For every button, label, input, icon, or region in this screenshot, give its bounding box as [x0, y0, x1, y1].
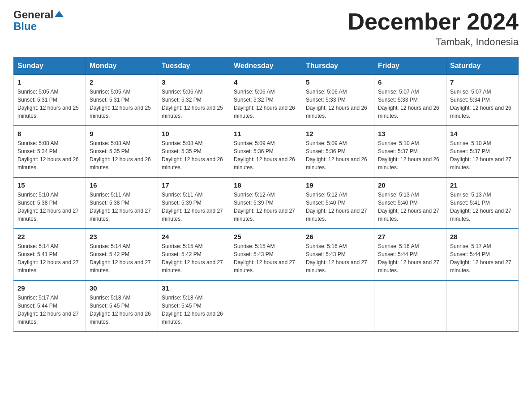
day-number: 28 [450, 233, 515, 240]
day-cell: 12 Sunrise: 5:09 AM Sunset: 5:36 PM Dayl… [302, 126, 374, 177]
week-row-1: 1 Sunrise: 5:05 AM Sunset: 5:31 PM Dayli… [14, 75, 519, 126]
day-number: 18 [234, 181, 298, 189]
day-cell: 6 Sunrise: 5:07 AM Sunset: 5:33 PM Dayli… [374, 75, 446, 126]
day-info: Sunrise: 5:08 AM Sunset: 5:35 PM Dayligh… [90, 139, 154, 171]
day-number: 20 [378, 181, 442, 189]
day-cell: 11 Sunrise: 5:09 AM Sunset: 5:36 PM Dayl… [230, 126, 302, 177]
day-number: 16 [90, 181, 154, 189]
day-cell: 29 Sunrise: 5:17 AM Sunset: 5:44 PM Dayl… [14, 280, 86, 332]
day-cell: 3 Sunrise: 5:06 AM Sunset: 5:32 PM Dayli… [158, 75, 230, 126]
day-cell: 4 Sunrise: 5:06 AM Sunset: 5:32 PM Dayli… [230, 75, 302, 126]
day-cell: 2 Sunrise: 5:05 AM Sunset: 5:31 PM Dayli… [86, 75, 158, 126]
col-monday: Monday [86, 57, 158, 75]
day-number: 4 [234, 78, 298, 86]
day-number: 2 [90, 78, 154, 86]
week-row-4: 22 Sunrise: 5:14 AM Sunset: 5:41 PM Dayl… [14, 229, 519, 280]
day-info: Sunrise: 5:14 AM Sunset: 5:42 PM Dayligh… [90, 242, 154, 274]
day-info: Sunrise: 5:18 AM Sunset: 5:45 PM Dayligh… [90, 294, 154, 326]
day-cell: 5 Sunrise: 5:06 AM Sunset: 5:33 PM Dayli… [302, 75, 374, 126]
day-info: Sunrise: 5:15 AM Sunset: 5:42 PM Dayligh… [162, 242, 226, 274]
day-info: Sunrise: 5:10 AM Sunset: 5:37 PM Dayligh… [378, 139, 442, 171]
day-number: 27 [378, 233, 442, 240]
day-cell: 1 Sunrise: 5:05 AM Sunset: 5:31 PM Dayli… [14, 75, 86, 126]
col-sunday: Sunday [14, 57, 86, 75]
day-cell: 25 Sunrise: 5:15 AM Sunset: 5:43 PM Dayl… [230, 229, 302, 280]
day-cell: 14 Sunrise: 5:10 AM Sunset: 5:37 PM Dayl… [446, 126, 519, 177]
day-info: Sunrise: 5:08 AM Sunset: 5:34 PM Dayligh… [17, 139, 82, 171]
day-number: 31 [162, 284, 226, 292]
day-cell: 22 Sunrise: 5:14 AM Sunset: 5:41 PM Dayl… [14, 229, 86, 280]
day-number: 3 [162, 78, 226, 86]
day-info: Sunrise: 5:16 AM Sunset: 5:43 PM Dayligh… [306, 242, 370, 274]
day-number: 8 [17, 130, 82, 137]
day-number: 21 [450, 181, 515, 189]
day-cell: 20 Sunrise: 5:13 AM Sunset: 5:40 PM Dayl… [374, 177, 446, 229]
day-info: Sunrise: 5:17 AM Sunset: 5:44 PM Dayligh… [450, 242, 515, 274]
day-number: 19 [306, 181, 370, 189]
day-info: Sunrise: 5:06 AM Sunset: 5:33 PM Dayligh… [306, 88, 370, 120]
day-number: 17 [162, 181, 226, 189]
day-number: 6 [378, 78, 442, 86]
day-number: 15 [17, 181, 82, 189]
logo: General Blue [13, 9, 64, 33]
day-info: Sunrise: 5:12 AM Sunset: 5:39 PM Dayligh… [234, 191, 298, 223]
week-row-3: 15 Sunrise: 5:10 AM Sunset: 5:38 PM Dayl… [14, 177, 519, 229]
day-info: Sunrise: 5:14 AM Sunset: 5:41 PM Dayligh… [17, 242, 82, 274]
calendar-header-row: Sunday Monday Tuesday Wednesday Thursday… [14, 57, 519, 75]
day-cell: 19 Sunrise: 5:12 AM Sunset: 5:40 PM Dayl… [302, 177, 374, 229]
day-number: 24 [162, 233, 226, 240]
day-number: 5 [306, 78, 370, 86]
day-info: Sunrise: 5:05 AM Sunset: 5:31 PM Dayligh… [17, 88, 82, 120]
day-info: Sunrise: 5:11 AM Sunset: 5:39 PM Dayligh… [162, 191, 226, 223]
calendar-table: Sunday Monday Tuesday Wednesday Thursday… [13, 57, 519, 332]
day-cell: 18 Sunrise: 5:12 AM Sunset: 5:39 PM Dayl… [230, 177, 302, 229]
day-number: 12 [306, 130, 370, 137]
day-cell: 7 Sunrise: 5:07 AM Sunset: 5:34 PM Dayli… [446, 75, 519, 126]
day-number: 23 [90, 233, 154, 240]
day-cell [230, 280, 302, 332]
day-cell: 24 Sunrise: 5:15 AM Sunset: 5:42 PM Dayl… [158, 229, 230, 280]
day-number: 10 [162, 130, 226, 137]
day-info: Sunrise: 5:05 AM Sunset: 5:31 PM Dayligh… [90, 88, 154, 120]
day-cell: 27 Sunrise: 5:16 AM Sunset: 5:44 PM Dayl… [374, 229, 446, 280]
day-cell [446, 280, 519, 332]
day-number: 13 [378, 130, 442, 137]
location: Tambak, Indonesia [348, 36, 519, 48]
day-cell: 15 Sunrise: 5:10 AM Sunset: 5:38 PM Dayl… [14, 177, 86, 229]
day-info: Sunrise: 5:06 AM Sunset: 5:32 PM Dayligh… [162, 88, 226, 120]
day-cell: 17 Sunrise: 5:11 AM Sunset: 5:39 PM Dayl… [158, 177, 230, 229]
day-cell: 16 Sunrise: 5:11 AM Sunset: 5:38 PM Dayl… [86, 177, 158, 229]
week-row-5: 29 Sunrise: 5:17 AM Sunset: 5:44 PM Dayl… [14, 280, 519, 332]
day-info: Sunrise: 5:12 AM Sunset: 5:40 PM Dayligh… [306, 191, 370, 223]
day-number: 14 [450, 130, 515, 137]
day-number: 11 [234, 130, 298, 137]
day-info: Sunrise: 5:15 AM Sunset: 5:43 PM Dayligh… [234, 242, 298, 274]
day-number: 29 [17, 284, 82, 292]
day-cell [374, 280, 446, 332]
col-thursday: Thursday [302, 57, 374, 75]
col-tuesday: Tuesday [158, 57, 230, 75]
day-number: 9 [90, 130, 154, 137]
day-cell: 30 Sunrise: 5:18 AM Sunset: 5:45 PM Dayl… [86, 280, 158, 332]
day-number: 25 [234, 233, 298, 240]
day-cell: 10 Sunrise: 5:08 AM Sunset: 5:35 PM Dayl… [158, 126, 230, 177]
day-cell: 31 Sunrise: 5:18 AM Sunset: 5:45 PM Dayl… [158, 280, 230, 332]
day-info: Sunrise: 5:10 AM Sunset: 5:38 PM Dayligh… [17, 191, 82, 223]
day-cell: 23 Sunrise: 5:14 AM Sunset: 5:42 PM Dayl… [86, 229, 158, 280]
day-number: 7 [450, 78, 515, 86]
day-number: 30 [90, 284, 154, 292]
day-number: 1 [17, 78, 82, 86]
month-title: December 2024 [348, 9, 519, 34]
title-block: December 2024 Tambak, Indonesia [348, 9, 519, 48]
day-cell: 9 Sunrise: 5:08 AM Sunset: 5:35 PM Dayli… [86, 126, 158, 177]
day-info: Sunrise: 5:11 AM Sunset: 5:38 PM Dayligh… [90, 191, 154, 223]
day-info: Sunrise: 5:17 AM Sunset: 5:44 PM Dayligh… [17, 294, 82, 326]
week-row-2: 8 Sunrise: 5:08 AM Sunset: 5:34 PM Dayli… [14, 126, 519, 177]
day-cell: 13 Sunrise: 5:10 AM Sunset: 5:37 PM Dayl… [374, 126, 446, 177]
col-saturday: Saturday [446, 57, 519, 75]
day-number: 26 [306, 233, 370, 240]
day-info: Sunrise: 5:09 AM Sunset: 5:36 PM Dayligh… [306, 139, 370, 171]
day-cell: 8 Sunrise: 5:08 AM Sunset: 5:34 PM Dayli… [14, 126, 86, 177]
day-info: Sunrise: 5:07 AM Sunset: 5:34 PM Dayligh… [450, 88, 515, 120]
day-info: Sunrise: 5:09 AM Sunset: 5:36 PM Dayligh… [234, 139, 298, 171]
